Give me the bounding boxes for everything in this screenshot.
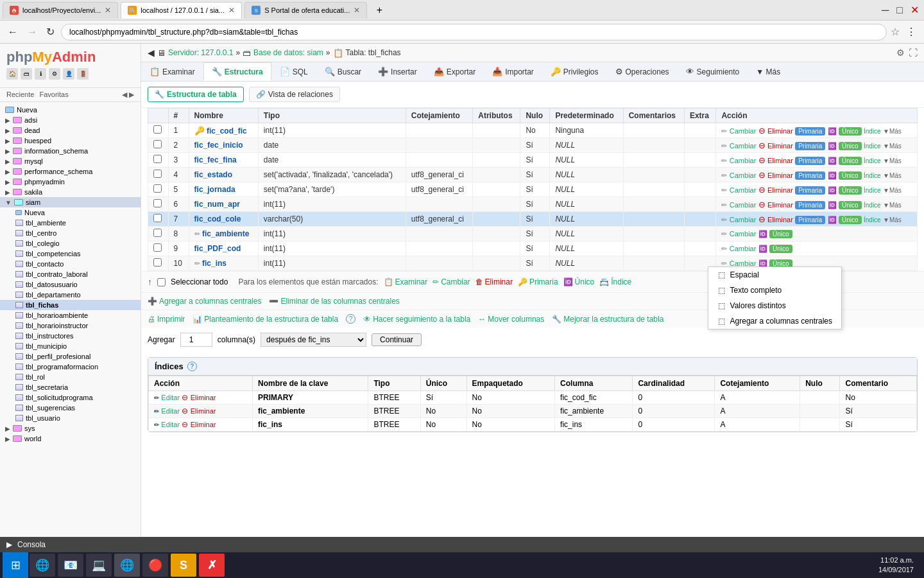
tbl-rol[interactable]: tbl_rol <box>0 372 141 382</box>
taskbar-x[interactable]: ✗ <box>199 554 225 577</box>
badge-indice-3[interactable]: Índice <box>864 157 881 164</box>
select-all-checkbox[interactable] <box>157 278 166 286</box>
more-link-1[interactable]: ▼Más <box>883 128 902 135</box>
ctx-valores-distintos[interactable]: ⬚ Valores distintos <box>708 298 841 313</box>
tbl-instructores[interactable]: tbl_instructores <box>0 331 141 341</box>
mover-columnas[interactable]: ↔ Mover columnas <box>478 315 544 324</box>
favoritas-link[interactable]: Favoritas <box>39 91 68 99</box>
settings-button[interactable]: ⚙ <box>896 48 905 58</box>
menu-button[interactable]: ⋮ <box>903 24 919 39</box>
row-checkbox-10[interactable] <box>153 258 162 267</box>
continuar-button[interactable]: Continuar <box>372 333 422 346</box>
badge-indice-7[interactable]: Índice <box>864 216 881 223</box>
db-mysql[interactable]: ▶mysql <box>0 156 141 166</box>
tab-close-3[interactable]: ✕ <box>354 6 360 15</box>
expand-icon[interactable]: ▶ <box>129 91 134 98</box>
more-link-6[interactable]: ▼Más <box>883 202 902 209</box>
badge-indice-2[interactable]: Índice <box>864 143 881 150</box>
add-column-input[interactable] <box>180 333 212 347</box>
field-link-10[interactable]: fic_ins <box>202 259 227 268</box>
footer-examinar[interactable]: 📋 Examinar <box>384 277 428 286</box>
badge-primaria-4[interactable]: Primaria <box>795 171 825 180</box>
more-link-5[interactable]: ▼Más <box>883 187 902 194</box>
cambiar-link-7[interactable]: Cambiar <box>730 216 757 223</box>
tab-seguimiento[interactable]: 👁Seguimiento <box>678 62 748 81</box>
badge-primaria-5[interactable]: Primaria <box>795 186 825 195</box>
tbl-solicitudprograma[interactable]: tbl_solicitudprograma <box>0 392 141 403</box>
field-link-3[interactable]: fic_fec_fina <box>194 155 237 164</box>
eliminar-link-4[interactable]: Eliminar <box>767 171 793 179</box>
planteamiento-link[interactable]: 📊 Planteamiento de la estructura de tabl… <box>193 315 338 324</box>
field-link-2[interactable]: fic_fec_inicio <box>194 141 243 150</box>
tbl-ambiente[interactable]: tbl_ambiente <box>0 218 141 228</box>
breadcrumb-database[interactable]: Base de datos: siam <box>253 48 323 57</box>
footer-primaria[interactable]: 🔑 Primaria <box>518 277 558 286</box>
idx-eliminar-1[interactable]: Eliminar <box>191 407 216 415</box>
more-link-7[interactable]: ▼Más <box>883 216 902 223</box>
db-sys[interactable]: ▶sys <box>0 423 141 434</box>
cambiar-link-5[interactable]: Cambiar <box>730 186 757 194</box>
position-select[interactable]: después de fic_ins al principio después … <box>261 333 366 347</box>
taskbar-computer[interactable]: 💻 <box>86 554 112 577</box>
badge-unico-7[interactable]: Único <box>839 216 862 224</box>
ctx-agregar-central[interactable]: ⬚ Agregar a columnas centrales <box>708 313 841 329</box>
badge-unico-3[interactable]: Único <box>839 157 862 165</box>
idx-editar-1[interactable]: Editar <box>161 407 180 415</box>
badge-primaria-1[interactable]: Primaria <box>795 127 825 136</box>
tbl-usuario[interactable]: tbl_usuario <box>0 413 141 423</box>
db-huesped[interactable]: ▶huesped <box>0 136 141 146</box>
row-checkbox-6[interactable] <box>153 199 162 207</box>
tbl-sugerencias[interactable]: tbl_sugerencias <box>0 403 141 413</box>
badge-unico-9[interactable]: Único <box>769 245 792 253</box>
db-siam[interactable]: ▼siam <box>0 197 141 207</box>
pma-exit-icon[interactable]: 🚪 <box>77 68 89 80</box>
footer-indice[interactable]: 📇 Índice <box>599 277 631 286</box>
reciente-link[interactable]: Reciente <box>6 91 34 99</box>
cambiar-link-4[interactable]: Cambiar <box>730 171 757 179</box>
close-button[interactable]: ✕ <box>908 3 921 17</box>
seguimiento-link[interactable]: 👁 Hacer seguimiento a la tabla <box>363 315 470 324</box>
back-button[interactable]: ← <box>5 25 21 39</box>
taskbar-chrome[interactable]: 🌐 <box>114 554 140 577</box>
cambiar-link-3[interactable]: Cambiar <box>730 157 757 164</box>
row-checkbox-2[interactable] <box>153 140 162 148</box>
tab-sql[interactable]: 📄SQL <box>271 62 316 81</box>
badge-unico-4[interactable]: Único <box>839 171 862 180</box>
browser-tab-1[interactable]: 🏠 localhost/Proyecto/envi... ✕ <box>3 2 118 19</box>
idx-eliminar-2[interactable]: Eliminar <box>191 421 216 428</box>
cambiar-link-1[interactable]: Cambiar <box>730 127 757 135</box>
idx-editar-0[interactable]: Editar <box>161 394 180 401</box>
db-adsi[interactable]: ▶adsi <box>0 115 141 125</box>
badge-unico-8[interactable]: Único <box>769 230 792 238</box>
tbl-nueva[interactable]: Nueva <box>0 207 141 218</box>
row-checkbox-1[interactable] <box>153 125 162 134</box>
browser-tab-3[interactable]: S S Portal de oferta educati... ✕ <box>244 2 367 19</box>
taskbar-explorer[interactable]: 🌐 <box>30 554 55 577</box>
tbl-colegio[interactable]: tbl_colegio <box>0 238 141 249</box>
tab-operaciones[interactable]: ⚙Operaciones <box>607 62 678 81</box>
tbl-centro[interactable]: tbl_centro <box>0 228 141 238</box>
badge-indice-5[interactable]: Índice <box>864 187 881 194</box>
more-link-2[interactable]: ▼Más <box>883 143 902 150</box>
eliminar-link-1[interactable]: Eliminar <box>767 127 793 135</box>
minimize-button[interactable]: ─ <box>879 3 891 17</box>
taskbar-email[interactable]: 📧 <box>58 554 83 577</box>
bookmark-button[interactable]: ☆ <box>891 26 900 38</box>
fullscreen-button[interactable]: ⛶ <box>909 48 918 58</box>
eliminar-link-5[interactable]: Eliminar <box>767 186 793 194</box>
idx-editar-2[interactable]: Editar <box>161 421 180 428</box>
row-checkbox-3[interactable] <box>153 155 162 163</box>
pma-db-icon[interactable]: 🗃 <box>21 68 32 80</box>
badge-primaria-3[interactable]: Primaria <box>795 157 825 165</box>
db-world[interactable]: ▶world <box>0 434 141 444</box>
eliminar-columnas-centrales[interactable]: ➖ Eliminar de las columnas centrales <box>269 297 399 306</box>
help-icon[interactable]: ? <box>346 314 355 324</box>
tbl-horarioambiente[interactable]: tbl_horarioambiente <box>0 310 141 320</box>
field-link-9[interactable]: fic_PDF_cod <box>194 244 241 253</box>
tbl-municipio[interactable]: tbl_municipio <box>0 341 141 351</box>
field-link-1[interactable]: fic_cod_fic <box>207 127 247 136</box>
indices-help-icon[interactable]: ? <box>187 362 197 371</box>
tbl-secretaria[interactable]: tbl_secretaria <box>0 382 141 392</box>
badge-unico-6[interactable]: Único <box>839 201 862 209</box>
badge-indice-1[interactable]: Índice <box>864 128 881 135</box>
